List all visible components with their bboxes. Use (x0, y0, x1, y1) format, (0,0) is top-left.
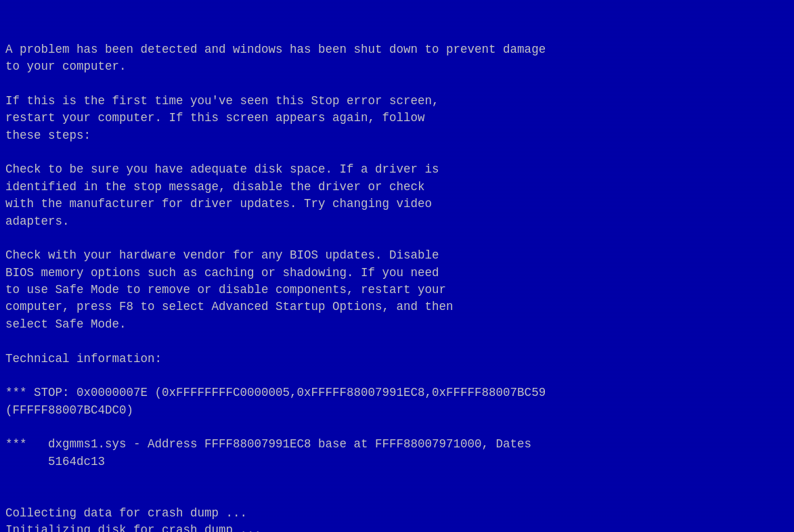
bsod-line-17 (5, 333, 789, 350)
bsod-line-26 (5, 488, 789, 505)
bsod-line-14: to use Safe Mode to remove or disable co… (5, 282, 789, 298)
bsod-line-7: Check to be sure you have adequate disk … (5, 161, 789, 178)
bsod-line-19 (5, 368, 789, 384)
bsod-line-23: *** dxgmms1.sys - Address FFFF88007991EC… (5, 436, 789, 453)
bsod-line-22 (5, 419, 789, 436)
bsod-line-27: Collecting data for crash dump ... (5, 505, 789, 522)
bsod-screen: A problem has been detected and windows … (0, 0, 794, 532)
bsod-line-25 (5, 470, 789, 487)
bsod-line-15: computer, press F8 to select Advanced St… (5, 298, 789, 315)
bsod-line-0: A problem has been detected and windows … (5, 41, 789, 58)
bsod-line-6 (5, 144, 789, 161)
bsod-line-18: Technical information: (5, 351, 789, 368)
bsod-text-content: A problem has been detected and windows … (5, 7, 789, 532)
bsod-line-4: restart your computer. If this screen ap… (5, 110, 789, 127)
bsod-line-16: select Safe Mode. (5, 316, 789, 333)
bsod-line-13: BIOS memory options such as caching or s… (5, 265, 789, 282)
bsod-line-9: with the manufacturer for driver updates… (5, 196, 789, 213)
bsod-line-11 (5, 230, 789, 247)
bsod-line-3: If this is the first time you've seen th… (5, 93, 789, 110)
bsod-line-10: adapters. (5, 213, 789, 230)
bsod-line-24: 5164dc13 (5, 453, 789, 470)
bsod-line-21: (FFFFF88007BC4DC0) (5, 402, 789, 419)
bsod-line-20: *** STOP: 0x0000007E (0xFFFFFFFFC0000005… (5, 384, 789, 401)
bsod-line-28: Initializing disk for crash dump ... (5, 522, 789, 532)
bsod-line-8: identified in the stop message, disable … (5, 179, 789, 196)
bsod-line-5: these steps: (5, 127, 789, 144)
bsod-line-2 (5, 76, 789, 93)
bsod-line-12: Check with your hardware vendor for any … (5, 247, 789, 264)
bsod-line-1: to your computer. (5, 58, 789, 75)
